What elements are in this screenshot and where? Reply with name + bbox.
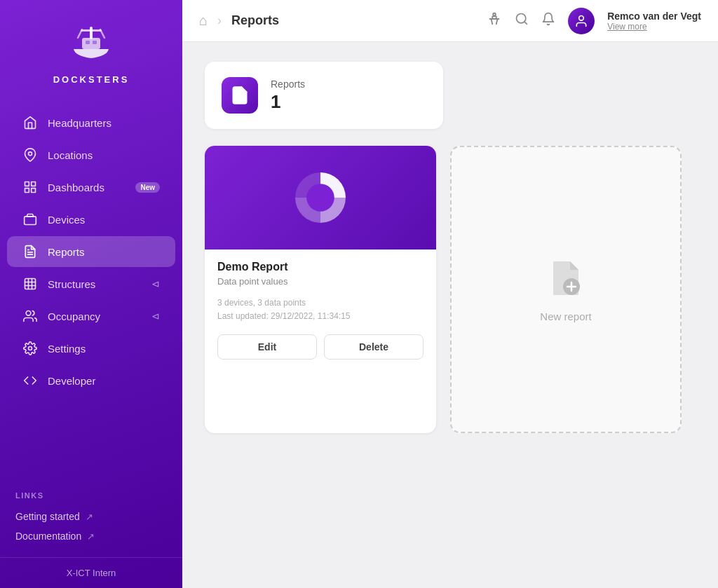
home-icon[interactable]: ⌂ xyxy=(199,13,208,29)
summary-count: 1 xyxy=(271,91,305,113)
report-chart-icon xyxy=(289,166,352,229)
sidebar-links: LINKS Getting started ↗ Documentation ↗ xyxy=(0,484,182,557)
new-report-file-icon xyxy=(545,257,587,299)
main-content: ⌂ › Reports Remco van der Vegt View more xyxy=(182,0,718,588)
accessibility-icon[interactable] xyxy=(487,11,502,30)
svg-rect-10 xyxy=(32,189,36,193)
external-link-icon-documentation: ↗ xyxy=(87,531,95,542)
content-area: Reports 1 xyxy=(182,42,718,588)
topbar-actions: Remco van der Vegt View more xyxy=(487,8,701,34)
report-card-body: Demo Report Data point values 3 devices,… xyxy=(205,249,436,372)
report-meta: 3 devices, 3 data points Last updated: 2… xyxy=(217,296,424,323)
reports-summary-card: Reports 1 xyxy=(205,62,443,129)
sidebar-item-settings[interactable]: Settings xyxy=(7,333,175,364)
sidebar-item-locations[interactable]: Locations xyxy=(7,139,175,170)
svg-rect-11 xyxy=(25,189,29,193)
svg-point-25 xyxy=(579,15,584,20)
external-link-icon-getting-started: ↗ xyxy=(86,512,93,522)
new-report-icon xyxy=(545,257,587,302)
org-name: X-ICT Intern xyxy=(67,568,116,578)
settings-icon xyxy=(22,341,38,356)
app-name: DOCKSTERS xyxy=(53,74,130,85)
svg-rect-5 xyxy=(86,41,90,44)
sidebar-logo: DOCKSTERS xyxy=(0,0,182,99)
sidebar-item-label: Dashboards xyxy=(48,182,104,193)
svg-rect-6 xyxy=(93,41,97,44)
sidebar-item-occupancy[interactable]: Occupancy ⊲ xyxy=(7,301,175,331)
page-title: Reports xyxy=(231,13,480,28)
locations-icon xyxy=(22,147,38,163)
summary-reports-icon xyxy=(230,86,250,105)
getting-started-link[interactable]: Getting started ↗ xyxy=(15,507,167,526)
links-label: LINKS xyxy=(15,491,167,500)
sidebar-item-label: Structures xyxy=(48,278,95,290)
sidebar-item-label: Developer xyxy=(48,375,95,387)
svg-point-20 xyxy=(26,311,31,316)
devices-icon xyxy=(22,212,38,227)
structures-icon xyxy=(22,276,38,292)
documentation-link[interactable]: Documentation ↗ xyxy=(15,526,167,546)
new-report-card[interactable]: New report xyxy=(450,146,682,433)
svg-point-21 xyxy=(29,347,32,350)
dashboards-badge: New xyxy=(135,182,160,193)
svg-rect-15 xyxy=(25,279,36,289)
report-meta-devices: 3 devices, 3 data points xyxy=(217,298,306,308)
view-more-link[interactable]: View more xyxy=(607,22,701,32)
search-icon[interactable] xyxy=(515,12,529,29)
summary-info: Reports 1 xyxy=(271,78,305,113)
developer-icon xyxy=(22,373,38,388)
breadcrumb-chevron: › xyxy=(217,13,222,28)
sidebar-item-label: Reports xyxy=(48,246,85,258)
svg-rect-8 xyxy=(25,182,29,186)
reports-icon xyxy=(22,244,38,259)
edit-report-button[interactable]: Edit xyxy=(217,334,317,360)
occupancy-icon xyxy=(22,308,38,324)
occupancy-sub-icon: ⊲ xyxy=(151,310,160,322)
headquarters-icon xyxy=(22,115,38,130)
report-meta-updated: Last updated: 29/12/2022, 11:34:15 xyxy=(217,311,351,321)
sidebar-item-label: Locations xyxy=(48,149,93,161)
svg-rect-12 xyxy=(25,217,36,225)
user-avatar[interactable] xyxy=(568,8,595,34)
report-name: Demo Report xyxy=(217,261,424,273)
getting-started-label: Getting started xyxy=(15,511,80,522)
sidebar-item-label: Occupancy xyxy=(48,310,100,322)
topbar: ⌂ › Reports Remco van der Vegt View more xyxy=(182,0,718,42)
report-card-demo: Demo Report Data point values 3 devices,… xyxy=(205,146,436,433)
summary-label: Reports xyxy=(271,78,305,90)
svg-rect-9 xyxy=(32,182,36,186)
report-actions: Edit Delete xyxy=(217,334,424,360)
sidebar: DOCKSTERS Headquarters Locations Dashboa… xyxy=(0,0,182,588)
dashboards-icon xyxy=(22,179,38,195)
sidebar-nav: Headquarters Locations Dashboards New De… xyxy=(0,99,182,484)
svg-line-24 xyxy=(524,22,527,25)
new-report-label: New report xyxy=(540,310,591,322)
summary-icon-box xyxy=(222,77,258,114)
svg-line-3 xyxy=(78,29,82,38)
report-card-thumbnail xyxy=(205,146,436,249)
svg-point-7 xyxy=(29,152,32,156)
sidebar-item-structures[interactable]: Structures ⊲ xyxy=(7,268,175,299)
structures-sub-icon: ⊲ xyxy=(151,278,160,289)
svg-rect-2 xyxy=(81,29,102,32)
svg-rect-0 xyxy=(82,38,100,49)
sidebar-item-devices[interactable]: Devices xyxy=(7,204,175,235)
sidebar-item-label: Settings xyxy=(48,343,86,355)
sidebar-item-dashboards[interactable]: Dashboards New xyxy=(7,172,175,203)
delete-report-button[interactable]: Delete xyxy=(324,334,424,360)
user-name: Remco van der Vegt xyxy=(607,11,701,22)
app-logo-icon xyxy=(67,20,116,69)
svg-rect-1 xyxy=(90,27,93,39)
sidebar-item-label: Headquarters xyxy=(48,117,111,129)
sidebar-item-label: Devices xyxy=(48,214,85,226)
report-type: Data point values xyxy=(217,276,424,287)
user-info: Remco van der Vegt View more xyxy=(607,11,701,32)
notifications-icon[interactable] xyxy=(541,12,555,29)
sidebar-item-headquarters[interactable]: Headquarters xyxy=(7,107,175,138)
svg-point-22 xyxy=(493,13,496,16)
svg-line-4 xyxy=(100,29,104,38)
documentation-label: Documentation xyxy=(15,531,81,542)
sidebar-item-developer[interactable]: Developer xyxy=(7,365,175,396)
sidebar-item-reports[interactable]: Reports xyxy=(7,236,175,267)
svg-point-28 xyxy=(306,184,334,212)
